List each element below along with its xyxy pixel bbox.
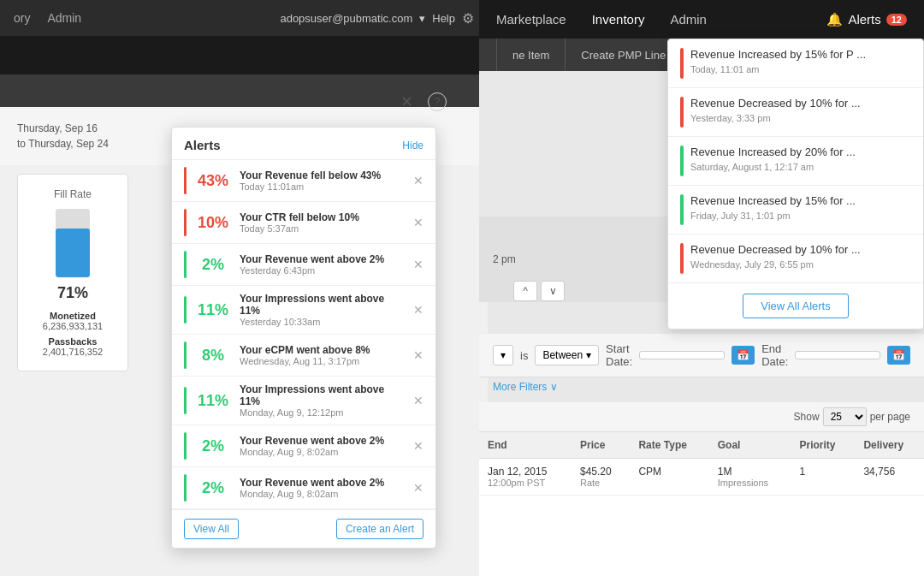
alerts-panel-item-1[interactable]: Revenue Decreased by 10% for ... Yesterd… (668, 88, 923, 137)
view-all-button[interactable]: View All (184, 519, 239, 539)
between-select[interactable]: Between ▾ (535, 345, 599, 365)
alerts-panel-text-0: Revenue Increased by 15% for P ... Today… (690, 48, 866, 74)
show-label: Show (794, 411, 820, 423)
tab-line-item[interactable]: ne Item (496, 39, 566, 71)
left-sub-nav (0, 74, 488, 107)
table-column-headers: End Price Rate Type Goal Priority Delive… (479, 432, 924, 459)
alerts-panel-title-3: Revenue Increased by 15% for ... (690, 194, 856, 209)
alert-pct-6: 2% (195, 437, 231, 455)
start-date-input[interactable] (639, 351, 725, 359)
goal-sub: Impressions (718, 478, 783, 488)
alert-bar-green-6 (184, 432, 187, 460)
col-rate-type: Rate Type (630, 432, 708, 459)
alert-pct-4: 8% (195, 347, 231, 365)
fill-rate-label: Fill Rate (54, 188, 92, 200)
alerts-panel-time-1: Yesterday, 3:33 pm (690, 113, 861, 123)
alert-time-7: Monday, Aug 9, 8:02am (240, 489, 405, 499)
alert-pct-2: 2% (195, 256, 231, 274)
nav-admin[interactable]: Admin (670, 9, 707, 30)
end-date-label: End Date: (761, 342, 788, 368)
start-date-calendar-icon[interactable]: 📅 (732, 346, 755, 365)
nav-admin[interactable]: Admin (47, 11, 81, 25)
between-arrow-icon: ▾ (586, 349, 591, 361)
view-all-alerts-button[interactable]: View All Alerts (743, 294, 848, 318)
per-page-select[interactable]: 25 50 100 (823, 407, 867, 426)
monetized-label: Monetized (50, 311, 96, 321)
alerts-panel-footer: View All Alerts (668, 283, 923, 329)
top-nav-user: adopsuser@pubmatic.com ▾ Help ⚙ (280, 10, 474, 27)
alert-bar-red-0 (184, 167, 187, 194)
alerts-dialog: Alerts Hide 43% Your Revenue fell below … (171, 127, 436, 549)
user-email[interactable]: adopsuser@pubmatic.com (280, 12, 412, 25)
alert-indicator-green-3 (680, 194, 684, 225)
alert-dismiss-2[interactable]: ✕ (413, 258, 424, 271)
alert-dismiss-0[interactable]: ✕ (413, 174, 424, 187)
alerts-dialog-hide-button[interactable]: Hide (402, 140, 424, 151)
alerts-panel-item-3[interactable]: Revenue Increased by 15% for ... Friday,… (668, 186, 923, 235)
end-date-calendar-icon[interactable]: 📅 (887, 346, 910, 365)
alert-row-0: 43% Your Revenue fell below 43% Today 11… (172, 160, 435, 202)
dialog-close-button[interactable]: ✕ (400, 92, 413, 111)
fill-rate-stats: Monetized 6,236,933,131 Passbacks 2,401,… (43, 311, 103, 357)
alert-dismiss-5[interactable]: ✕ (413, 394, 424, 407)
col-end: End (479, 432, 572, 459)
alert-indicator-red-0 (680, 48, 684, 79)
more-filters-link[interactable]: More Filters ∨ (493, 381, 558, 393)
nav-up-arrow[interactable]: ^ (513, 281, 537, 301)
alert-row-1: 10% Your CTR fell below 10% Today 5:37am… (172, 202, 435, 244)
alerts-dialog-title: Alerts (184, 138, 221, 152)
alert-dismiss-4[interactable]: ✕ (413, 348, 424, 362)
alerts-dialog-header: Alerts Hide (172, 128, 435, 160)
alert-bar-green-2 (184, 251, 187, 278)
alerts-panel-title-4: Revenue Decreased by 10% for ... (690, 243, 861, 258)
alert-row-5: 11% Your Impressions went above 11% Mond… (172, 377, 435, 425)
alert-text-7: Your Revenue went above 2% Monday, Aug 9… (240, 477, 405, 499)
show-select: Show 25 50 100 per page (794, 407, 910, 426)
alert-title-2: Your Revenue went above 2% (240, 253, 405, 265)
alerts-panel-text-1: Revenue Decreased by 10% for ... Yesterd… (690, 97, 861, 123)
filter-row: ▾ is Between ▾ Start Date: 📅 End Date: 📅 (479, 334, 924, 377)
alert-dismiss-3[interactable]: ✕ (413, 303, 424, 317)
top-nav-left: ory Admin (14, 11, 81, 25)
filter-type-select[interactable]: ▾ (493, 345, 513, 365)
alert-pct-3: 11% (195, 301, 231, 319)
alert-indicator-green-2 (680, 145, 684, 176)
alert-row-6: 2% Your Revenue went above 2% Monday, Au… (172, 425, 435, 467)
alerts-panel-item-2[interactable]: Revenue Increased by 20% for ... Saturda… (668, 137, 923, 186)
alert-indicator-red-1 (680, 97, 684, 128)
alert-dismiss-7[interactable]: ✕ (413, 481, 424, 495)
alerts-button[interactable]: 🔔 Alerts 12 (826, 12, 907, 27)
gear-icon[interactable]: ⚙ (462, 10, 474, 27)
nav-ory[interactable]: ory (14, 11, 30, 25)
is-label: is (520, 349, 528, 362)
alerts-panel-item-4[interactable]: Revenue Decreased by 10% for ... Wednesd… (668, 235, 923, 283)
help-link[interactable]: Help (432, 12, 455, 25)
dropdown-arrow-icon[interactable]: ▾ (419, 12, 425, 25)
col-price: Price (572, 432, 630, 459)
alert-bar-green-3 (184, 296, 187, 324)
filter-type-label: ▾ (500, 349, 506, 361)
price-type: Rate (580, 478, 621, 488)
alerts-panel-item-0[interactable]: Revenue Increased by 15% for P ... Today… (668, 39, 923, 88)
cell-priority: 1 (791, 459, 856, 496)
main-nav-bar: Marketplace Inventory Admin 🔔 Alerts 12 (479, 0, 924, 39)
alert-dismiss-6[interactable]: ✕ (413, 439, 424, 453)
alert-title-7: Your Revenue went above 2% (240, 477, 405, 489)
alerts-panel-time-3: Friday, July 31, 1:01 pm (690, 211, 856, 221)
nav-inventory[interactable]: Inventory (592, 9, 645, 30)
between-label: Between (542, 349, 583, 361)
alert-time-5: Monday, Aug 9, 12:12pm (240, 407, 405, 418)
alert-title-4: Your eCPM went above 8% (240, 344, 405, 356)
end-time: 12:00pm PST (488, 478, 563, 488)
alert-dismiss-1[interactable]: ✕ (413, 216, 424, 229)
col-goal: Goal (709, 432, 791, 459)
nav-down-arrow[interactable]: ∨ (541, 281, 565, 301)
help-icon-button[interactable]: ? (428, 92, 447, 111)
alert-text-3: Your Impressions went above 11% Yesterda… (240, 293, 405, 327)
alert-pct-5: 11% (195, 392, 231, 410)
alerts-panel-text-4: Revenue Decreased by 10% for ... Wednesd… (690, 243, 861, 270)
create-alert-button[interactable]: Create an Alert (336, 519, 424, 539)
col-priority: Priority (791, 432, 856, 459)
nav-marketplace[interactable]: Marketplace (496, 9, 566, 30)
end-date-input[interactable] (795, 351, 880, 359)
